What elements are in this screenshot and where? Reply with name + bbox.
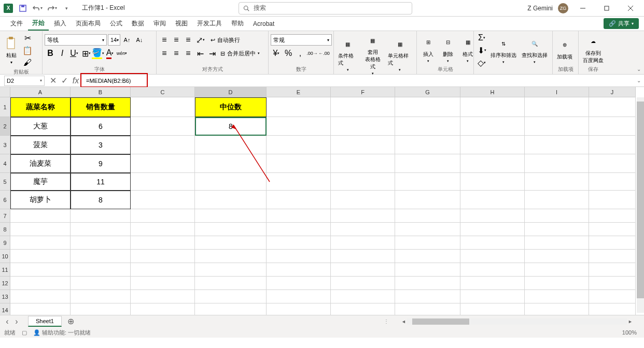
name-box[interactable]: D2▾ [4,76,45,86]
cell-G14[interactable] [395,303,460,315]
cell-I4[interactable] [525,154,589,173]
col-header-E[interactable]: E [267,87,331,97]
scroll-right-icon[interactable]: ► [627,319,634,324]
comma-icon[interactable]: , [295,48,306,59]
cell-G1[interactable] [395,97,460,117]
fill-icon[interactable]: ⬇▾ [476,45,487,56]
cell-G9[interactable] [395,236,460,250]
row-header-11[interactable]: 11 [0,263,10,277]
cell-B8[interactable] [71,223,131,236]
menu-formulas[interactable]: 公式 [106,17,127,30]
cell-E1[interactable] [267,97,331,117]
col-header-D[interactable]: D [195,87,267,97]
horizontal-scroll-thumb[interactable] [412,318,469,325]
cell-F9[interactable] [331,236,395,250]
horizontal-scrollbar[interactable]: ◄ ► [400,318,634,325]
col-header-F[interactable]: F [331,87,395,97]
cell-H13[interactable] [460,290,525,303]
font-size-combo[interactable]: 14▾ [108,34,120,46]
cell-E2[interactable] [267,117,331,136]
border-icon[interactable]: ⊞▾ [80,48,92,59]
cell-F12[interactable] [331,277,395,290]
add-sheet-button[interactable]: ⊕ [66,316,76,327]
cell-I3[interactable] [525,136,589,154]
menu-file[interactable]: 文件 [6,17,27,30]
cut-icon[interactable]: ✂ [22,32,33,44]
cell-J6[interactable] [589,191,636,209]
table-format-button[interactable]: ▦套用 表格格式▾ [361,32,385,77]
cell-E11[interactable] [267,263,331,277]
cell-A14[interactable] [10,303,71,315]
formula-input[interactable]: =MEDIAN(B2:B6) [83,76,634,86]
cell-A1[interactable]: 蔬菜名称 [10,97,71,117]
autosum-icon[interactable]: Σ▾ [476,32,487,44]
cell-A11[interactable] [10,263,71,277]
cell-D2[interactable]: 8 [195,117,267,136]
cell-B3[interactable]: 3 [71,136,131,154]
cell-C7[interactable] [131,209,195,223]
currency-icon[interactable]: ¥▾ [271,48,282,59]
cell-D4[interactable] [195,154,267,173]
col-header-B[interactable]: B [71,87,131,97]
cell-A3[interactable]: 菠菜 [10,136,71,154]
cell-F6[interactable] [331,191,395,209]
cell-G3[interactable] [395,136,460,154]
format-painter-icon[interactable]: 🖌 [22,57,33,68]
cell-D3[interactable] [195,136,267,154]
cell-F1[interactable] [331,97,395,117]
cell-D7[interactable] [195,209,267,223]
fill-color-icon[interactable]: 🪣▾ [92,48,104,59]
baidu-save-button[interactable]: ☁保存到 百度网盘 [581,33,606,65]
cell-J4[interactable] [589,154,636,173]
cell-C10[interactable] [131,250,195,263]
qat-customize-icon[interactable]: ▾ [60,2,73,15]
menu-insert[interactable]: 插入 [50,17,71,30]
cell-G10[interactable] [395,250,460,263]
menu-developer[interactable]: 开发工具 [193,17,226,30]
cell-F4[interactable] [331,154,395,173]
cell-D13[interactable] [195,290,267,303]
cell-H12[interactable] [460,277,525,290]
cell-A9[interactable] [10,236,71,250]
cell-A13[interactable] [10,290,71,303]
cell-I14[interactable] [525,303,589,315]
cell-E14[interactable] [267,303,331,315]
orientation-icon[interactable]: ⤢▾ [194,34,206,46]
cell-H6[interactable] [460,191,525,209]
cell-A10[interactable] [10,250,71,263]
cell-F5[interactable] [331,173,395,191]
select-all-corner[interactable] [0,87,10,97]
cell-I10[interactable] [525,250,589,263]
cell-G4[interactable] [395,154,460,173]
bold-icon[interactable]: B [45,48,56,59]
number-format-combo[interactable]: 常规▾ [271,34,332,46]
cell-J11[interactable] [589,263,636,277]
cell-I11[interactable] [525,263,589,277]
cell-E3[interactable] [267,136,331,154]
menu-help[interactable]: 帮助 [227,17,248,30]
cell-A4[interactable]: 油麦菜 [10,154,71,173]
sheet-next-icon[interactable]: › [12,317,21,326]
cell-B9[interactable] [71,236,131,250]
conditional-format-button[interactable]: ▦条件格式▾ [336,36,360,73]
indent-decrease-icon[interactable]: ⇤ [194,48,206,59]
cell-J10[interactable] [589,250,636,263]
cell-E8[interactable] [267,223,331,236]
close-button[interactable] [621,1,640,16]
undo-icon[interactable]: ▾ [31,2,44,15]
cell-I5[interactable] [525,173,589,191]
cell-D8[interactable] [195,223,267,236]
addins-button[interactable]: ⊕加载项 [555,37,575,62]
cell-B13[interactable] [71,290,131,303]
share-button[interactable]: 🔗 共享 ▾ [604,18,639,29]
font-name-combo[interactable]: 等线▾ [45,34,107,46]
cell-G7[interactable] [395,209,460,223]
cell-C12[interactable] [131,277,195,290]
cell-C14[interactable] [131,303,195,315]
cell-C2[interactable] [131,117,195,136]
paste-button[interactable]: 粘贴▾ [2,35,21,66]
cell-I6[interactable] [525,191,589,209]
cell-I9[interactable] [525,236,589,250]
row-header-4[interactable]: 4 [0,154,10,173]
col-header-J[interactable]: J [589,87,636,97]
